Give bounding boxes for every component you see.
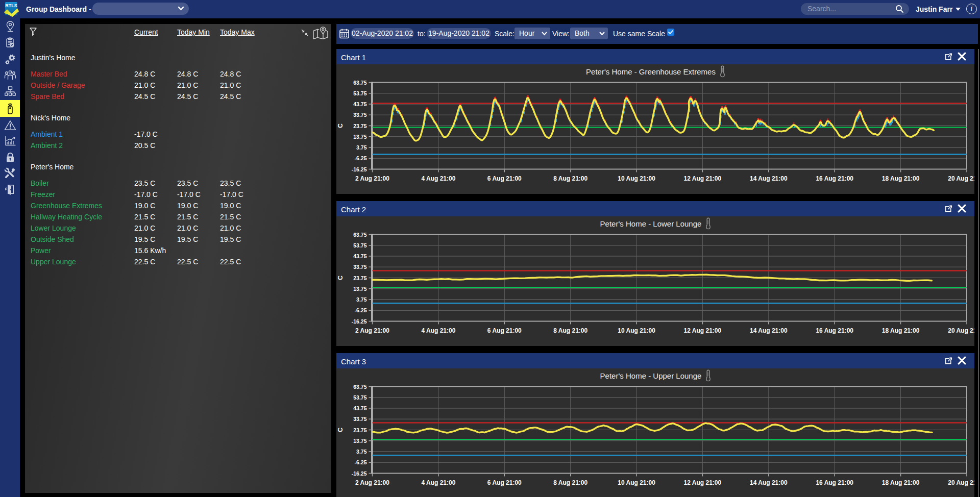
svg-text:33.75: 33.75: [353, 416, 366, 422]
svg-text:53.75: 53.75: [353, 394, 366, 401]
svg-text:-16.25: -16.25: [352, 470, 367, 477]
svg-text:20 Aug 21:00: 20 Aug 21:00: [948, 327, 974, 334]
svg-text:14 Aug 21:00: 14 Aug 21:00: [750, 327, 788, 334]
svg-text:-6.25: -6.25: [355, 459, 367, 465]
svg-text:12 Aug 21:00: 12 Aug 21:00: [684, 479, 722, 486]
svg-text:13.75: 13.75: [353, 438, 366, 444]
svg-text:6 Aug 21:00: 6 Aug 21:00: [487, 175, 522, 182]
svg-text:63.75: 63.75: [353, 384, 366, 390]
svg-text:13.75: 13.75: [353, 286, 366, 292]
svg-text:53.75: 53.75: [353, 90, 366, 96]
svg-text:2 Aug 21:00: 2 Aug 21:00: [355, 327, 389, 334]
svg-text:2 Aug 21:00: 2 Aug 21:00: [355, 479, 389, 486]
svg-text:8 Aug 21:00: 8 Aug 21:00: [553, 327, 587, 334]
svg-text:13.75: 13.75: [353, 134, 366, 140]
svg-text:18 Aug 21:00: 18 Aug 21:00: [882, 327, 920, 334]
svg-text:16 Aug 21:00: 16 Aug 21:00: [816, 479, 853, 486]
svg-text:14 Aug 21:00: 14 Aug 21:00: [750, 175, 788, 182]
svg-text:3.75: 3.75: [356, 449, 367, 455]
svg-text:4 Aug 21:00: 4 Aug 21:00: [421, 327, 455, 334]
svg-text:4 Aug 21:00: 4 Aug 21:00: [421, 479, 455, 486]
svg-text:23.75: 23.75: [353, 123, 366, 129]
svg-text:3.75: 3.75: [356, 296, 367, 303]
svg-text:23.75: 23.75: [353, 275, 366, 281]
svg-text:3.75: 3.75: [356, 144, 367, 151]
svg-text:10 Aug 21:00: 10 Aug 21:00: [618, 175, 655, 182]
svg-text:20 Aug 21:00: 20 Aug 21:00: [948, 175, 974, 182]
svg-text:43.75: 43.75: [353, 101, 366, 107]
svg-text:16 Aug 21:00: 16 Aug 21:00: [816, 175, 853, 182]
svg-text:18 Aug 21:00: 18 Aug 21:00: [882, 175, 920, 182]
svg-text:RTLS: RTLS: [5, 3, 17, 8]
svg-text:23.75: 23.75: [353, 427, 366, 433]
svg-text:C: C: [337, 276, 344, 280]
svg-text:C: C: [337, 428, 344, 432]
svg-text:10 Aug 21:00: 10 Aug 21:00: [618, 327, 655, 334]
svg-text:-16.25: -16.25: [352, 318, 367, 325]
svg-text:6 Aug 21:00: 6 Aug 21:00: [487, 479, 522, 486]
svg-text:53.75: 53.75: [353, 242, 366, 248]
svg-text:14 Aug 21:00: 14 Aug 21:00: [750, 479, 788, 486]
svg-text:-6.25: -6.25: [355, 307, 367, 313]
svg-text:-16.25: -16.25: [352, 166, 367, 172]
svg-text:C: C: [337, 123, 344, 128]
svg-text:8 Aug 21:00: 8 Aug 21:00: [553, 175, 587, 182]
svg-text:63.75: 63.75: [353, 80, 366, 86]
svg-text:20 Aug 21:00: 20 Aug 21:00: [948, 479, 974, 486]
svg-text:8 Aug 21:00: 8 Aug 21:00: [553, 479, 587, 486]
svg-text:16 Aug 21:00: 16 Aug 21:00: [816, 327, 853, 334]
svg-text:10 Aug 21:00: 10 Aug 21:00: [618, 479, 655, 486]
svg-text:6 Aug 21:00: 6 Aug 21:00: [487, 327, 522, 334]
svg-text:2 Aug 21:00: 2 Aug 21:00: [355, 175, 389, 182]
svg-text:33.75: 33.75: [353, 112, 366, 118]
svg-text:12 Aug 21:00: 12 Aug 21:00: [684, 175, 722, 182]
svg-text:12 Aug 21:00: 12 Aug 21:00: [684, 327, 722, 334]
svg-text:-6.25: -6.25: [355, 155, 367, 161]
svg-text:4 Aug 21:00: 4 Aug 21:00: [421, 175, 455, 182]
svg-text:33.75: 33.75: [353, 264, 366, 270]
svg-text:63.75: 63.75: [353, 232, 366, 238]
svg-text:43.75: 43.75: [353, 405, 366, 411]
svg-text:43.75: 43.75: [353, 253, 366, 259]
svg-text:18 Aug 21:00: 18 Aug 21:00: [882, 479, 920, 486]
